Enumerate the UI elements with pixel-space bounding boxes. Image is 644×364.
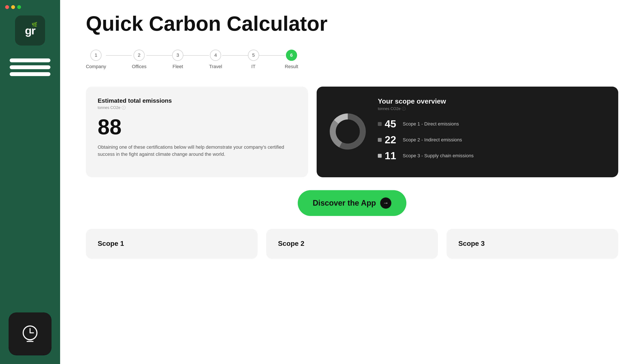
step-6[interactable]: 6 Result <box>285 50 298 69</box>
step-label-5: IT <box>251 64 256 69</box>
scope-info-icon: i <box>402 107 406 111</box>
discover-btn-wrap: Discover the App → <box>86 190 618 216</box>
emissions-card: Estimated total emissions tonnes CO2e i … <box>86 87 308 177</box>
menu-line-1 <box>10 59 50 62</box>
scope-num-2: 22 <box>385 135 400 145</box>
logo-leaf-icon: 🌿 <box>32 22 37 28</box>
step-circle-5: 5 <box>248 50 259 61</box>
step-connector-2-3 <box>146 55 172 56</box>
step-circle-6: 6 <box>286 50 297 61</box>
emissions-description: Obtaining one of these certifications be… <box>98 144 296 158</box>
arrow-right-icon: → <box>380 197 391 209</box>
step-label-4: Travel <box>209 64 222 69</box>
bottom-card-title-1: Scope 1 <box>98 240 246 247</box>
step-3[interactable]: 3 Fleet <box>172 50 183 69</box>
scope-item-3: 11 Scope 3 - Supply chain emissions <box>378 151 606 161</box>
step-label-3: Fleet <box>172 64 183 69</box>
scope-dot-2 <box>378 138 382 142</box>
scope-dot-3 <box>378 154 382 158</box>
step-label-2: Offices <box>132 64 146 69</box>
discover-app-button[interactable]: Discover the App → <box>298 190 406 216</box>
step-label-1: Company <box>86 64 106 69</box>
scope-info: Your scope overview tonnes CO2e i 45 Sco… <box>378 97 606 167</box>
clock-widget[interactable] <box>8 312 52 355</box>
step-connector-3-4 <box>183 55 209 56</box>
logo-box: gr🌿 <box>15 16 45 46</box>
step-connector-1-2 <box>106 55 132 56</box>
scope-overview-card: Your scope overview tonnes CO2e i 45 Sco… <box>317 87 618 177</box>
logo: gr🌿 <box>25 24 35 37</box>
maximize-button[interactable] <box>17 5 21 9</box>
page-title: Quick Carbon Calculator <box>86 13 618 35</box>
step-1[interactable]: 1 Company <box>86 50 106 69</box>
info-icon: i <box>122 106 126 110</box>
donut-chart-wrap <box>328 112 367 152</box>
cards-row: Estimated total emissions tonnes CO2e i … <box>86 87 618 177</box>
step-circle-3: 3 <box>172 50 183 61</box>
step-circle-4: 4 <box>210 50 221 61</box>
bottom-card-scope1: Scope 1 <box>86 229 258 259</box>
menu-lines <box>10 59 50 76</box>
close-button[interactable] <box>5 5 9 9</box>
step-4[interactable]: 4 Travel <box>209 50 222 69</box>
bottom-card-scope2: Scope 2 <box>266 229 438 259</box>
step-label-6: Result <box>285 64 298 69</box>
main-content: Quick Carbon Calculator 1 Company 2 Offi… <box>60 0 644 364</box>
menu-line-2 <box>10 65 50 69</box>
scope-label-3: Scope 3 - Supply chain emissions <box>403 153 474 159</box>
step-2[interactable]: 2 Offices <box>132 50 146 69</box>
window-controls <box>0 5 21 9</box>
scope-label-1: Scope 1 - Direct emissions <box>403 121 459 127</box>
clock-icon <box>19 323 41 345</box>
scope-dot-1 <box>378 122 382 126</box>
scope-overview-subtitle: tonnes CO2e i <box>378 107 606 111</box>
emissions-card-title: Estimated total emissions <box>98 97 296 104</box>
minimize-button[interactable] <box>11 5 15 9</box>
sidebar: gr🌿 <box>0 0 60 364</box>
menu-line-3 <box>10 72 50 76</box>
bottom-card-title-3: Scope 3 <box>458 240 606 247</box>
scope-num-3: 11 <box>385 151 400 161</box>
step-5[interactable]: 5 IT <box>248 50 259 69</box>
donut-chart <box>328 112 367 151</box>
bottom-cards: Scope 1 Scope 2 Scope 3 <box>86 229 618 259</box>
discover-btn-label: Discover the App <box>313 199 376 208</box>
donut-hole <box>338 122 358 141</box>
bottom-card-title-2: Scope 2 <box>278 240 426 247</box>
step-circle-1: 1 <box>90 50 102 61</box>
scope-num-1: 45 <box>385 119 400 129</box>
scope-overview-title: Your scope overview <box>378 97 606 105</box>
scope-label-2: Scope 2 - Indirect emissions <box>403 137 462 143</box>
scope-item-2: 22 Scope 2 - Indirect emissions <box>378 135 606 145</box>
scope-item-1: 45 Scope 1 - Direct emissions <box>378 119 606 129</box>
bottom-card-scope3: Scope 3 <box>446 229 618 259</box>
emissions-value: 88 <box>98 116 296 138</box>
emissions-card-subtitle: tonnes CO2e i <box>98 106 296 110</box>
stepper: 1 Company 2 Offices 3 Fleet 4 Travel 5 I… <box>86 50 618 69</box>
step-circle-2: 2 <box>134 50 145 61</box>
step-connector-4-5 <box>222 55 248 56</box>
step-connector-5-6 <box>259 55 285 56</box>
